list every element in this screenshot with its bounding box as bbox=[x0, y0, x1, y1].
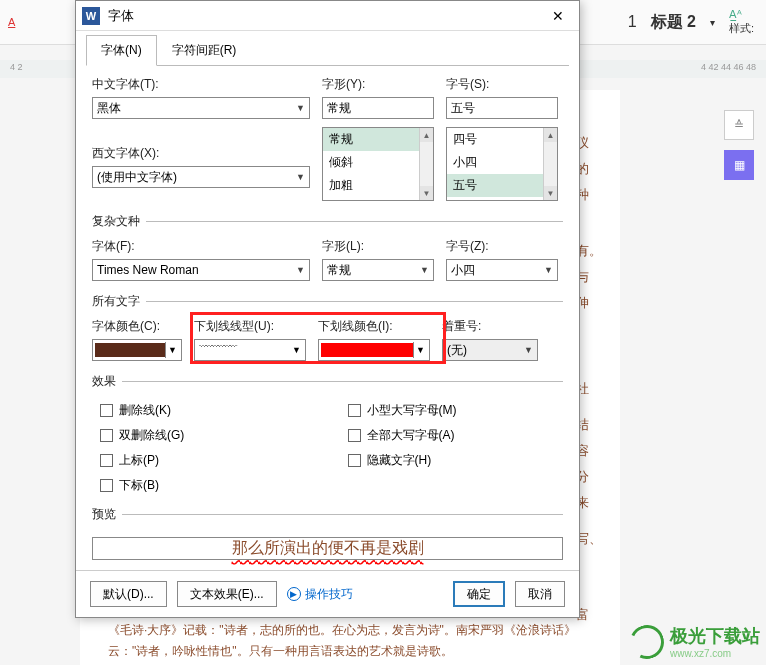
emphasis-label: 着重号: bbox=[442, 318, 538, 335]
complex-scripts-label: 复杂文种 bbox=[92, 213, 563, 230]
chinese-font-select[interactable]: 黑体▼ bbox=[92, 97, 310, 119]
font-color-combo[interactable]: ▼ bbox=[92, 339, 182, 361]
effects-label: 效果 bbox=[92, 373, 563, 390]
watermark-logo: 极光下载站 www.xz7.com bbox=[630, 624, 760, 659]
side-panel: ≙ ▦ bbox=[724, 110, 754, 180]
underline-color-label: 下划线颜色(I): bbox=[318, 318, 430, 335]
complex-font-select[interactable]: Times New Roman▼ bbox=[92, 259, 310, 281]
complex-style-select[interactable]: 常规▼ bbox=[322, 259, 434, 281]
preview-text: 那么所演出的便不再是戏剧 bbox=[232, 538, 424, 559]
font-color-icon[interactable]: A bbox=[8, 16, 15, 28]
grid-icon[interactable]: ▦ bbox=[724, 150, 754, 180]
complex-size-select[interactable]: 小四▼ bbox=[446, 259, 558, 281]
subscript-checkbox[interactable]: 下标(B) bbox=[100, 477, 308, 494]
underline-type-label: 下划线线型(U): bbox=[194, 318, 306, 335]
size-label: 字号(S): bbox=[446, 76, 558, 93]
heading-2[interactable]: 标题 2 bbox=[651, 12, 696, 33]
hidden-checkbox[interactable]: 隐藏文字(H) bbox=[348, 452, 556, 469]
font-color-label: 字体颜色(C): bbox=[92, 318, 182, 335]
close-button[interactable]: ✕ bbox=[543, 4, 573, 28]
preview-box: 那么所演出的便不再是戏剧 bbox=[92, 537, 563, 560]
font-dialog: W 字体 ✕ 字体(N) 字符间距(R) 中文字体(T): 黑体▼ 字形(Y):… bbox=[75, 0, 580, 618]
dialog-title: 字体 bbox=[108, 7, 134, 25]
underline-type-combo[interactable]: ▼ bbox=[194, 339, 306, 361]
text-effects-button[interactable]: 文本效果(E)... bbox=[177, 581, 277, 607]
complex-font-label: 字体(F): bbox=[92, 238, 310, 255]
strike-checkbox[interactable]: 删除线(K) bbox=[100, 402, 308, 419]
style-input[interactable]: 常规 bbox=[322, 97, 434, 119]
ok-button[interactable]: 确定 bbox=[453, 581, 505, 607]
all-text-label: 所有文字 bbox=[92, 293, 563, 310]
word-icon: W bbox=[82, 7, 100, 25]
complex-size-label: 字号(Z): bbox=[446, 238, 558, 255]
tab-font[interactable]: 字体(N) bbox=[86, 35, 157, 66]
default-button[interactable]: 默认(D)... bbox=[90, 581, 167, 607]
dialog-buttons: 默认(D)... 文本效果(E)... ▶操作技巧 确定 取消 bbox=[76, 570, 579, 617]
dialog-tabs: 字体(N) 字符间距(R) bbox=[86, 35, 569, 66]
western-font-select[interactable]: (使用中文字体)▼ bbox=[92, 166, 310, 188]
allcaps-checkbox[interactable]: 全部大写字母(A) bbox=[348, 427, 556, 444]
western-font-label: 西文字体(X): bbox=[92, 146, 159, 160]
cancel-button[interactable]: 取消 bbox=[515, 581, 565, 607]
smallcaps-checkbox[interactable]: 小型大写字母(M) bbox=[348, 402, 556, 419]
preview-label: 预览 bbox=[92, 506, 563, 523]
double-strike-checkbox[interactable]: 双删除线(G) bbox=[100, 427, 308, 444]
chinese-font-label: 中文字体(T): bbox=[92, 76, 310, 93]
heading-1[interactable]: 1 bbox=[628, 13, 637, 31]
style-dropdown-icon[interactable]: ▾ bbox=[710, 17, 715, 28]
outline-icon[interactable]: ≙ bbox=[724, 110, 754, 140]
dialog-titlebar: W 字体 ✕ bbox=[76, 1, 579, 31]
underline-color-combo[interactable]: ▼ bbox=[318, 339, 430, 361]
size-input[interactable]: 五号 bbox=[446, 97, 558, 119]
superscript-checkbox[interactable]: 上标(P) bbox=[100, 452, 308, 469]
style-label: 字形(Y): bbox=[322, 76, 434, 93]
size-listbox[interactable]: 四号 小四 五号 ▲▼ bbox=[446, 127, 558, 201]
tips-link[interactable]: ▶操作技巧 bbox=[287, 586, 353, 603]
tab-spacing[interactable]: 字符间距(R) bbox=[157, 35, 252, 65]
style-listbox[interactable]: 常规 倾斜 加粗 ▲▼ bbox=[322, 127, 434, 201]
style-button[interactable]: A̲ᴬ 样式: bbox=[729, 8, 754, 36]
emphasis-combo[interactable]: (无)▼ bbox=[442, 339, 538, 361]
complex-style-label: 字形(L): bbox=[322, 238, 434, 255]
